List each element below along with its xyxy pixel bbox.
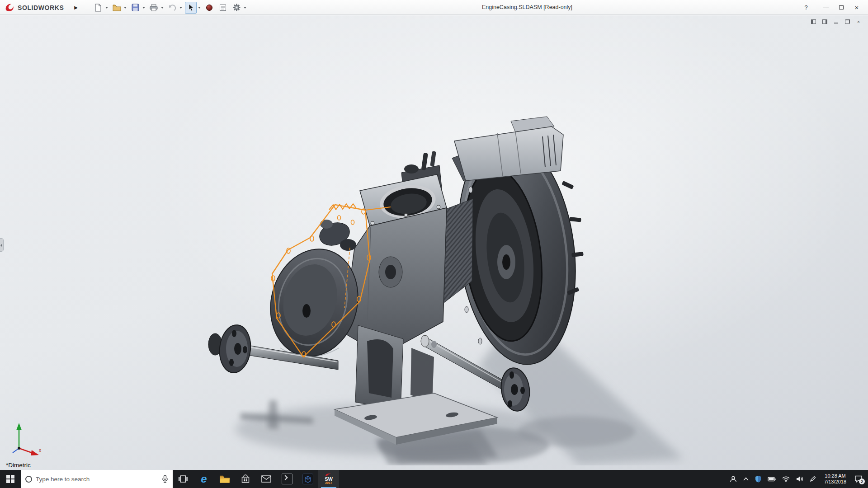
window-title: EngineCasing.SLDASM [Read-only] <box>482 0 572 15</box>
select-cursor-icon <box>188 4 194 11</box>
orientation-triad[interactable]: x <box>7 420 45 460</box>
solidworks-logo: SOLIDWORKS <box>5 0 64 15</box>
select-tool-button[interactable] <box>185 2 197 14</box>
triad-x-label: x <box>39 448 41 453</box>
window-controls: ? — × <box>799 0 863 15</box>
save-dropdown[interactable] <box>141 2 146 14</box>
people-icon[interactable] <box>730 476 737 483</box>
search-input[interactable] <box>36 476 158 483</box>
pen-icon[interactable] <box>810 476 816 482</box>
file-explorer-icon <box>219 475 230 483</box>
document-sheet-button[interactable] <box>217 2 229 14</box>
select-tool-dropdown[interactable] <box>197 2 202 14</box>
action-center-button[interactable]: 2 <box>854 475 863 483</box>
solidworks-taskbar-button[interactable]: SW 2017 <box>318 470 339 488</box>
solidworks-window: SOLIDWORKS ▶ <box>0 0 868 488</box>
help-button[interactable]: ? <box>799 0 813 15</box>
edge-button[interactable]: e <box>193 470 214 488</box>
undo-dropdown[interactable] <box>178 2 183 14</box>
document-minimize-button[interactable] <box>833 19 839 24</box>
graphics-area[interactable] <box>0 15 868 470</box>
file-explorer-button[interactable] <box>214 470 235 488</box>
chevron-up-icon[interactable] <box>743 477 749 481</box>
document-sheet-icon <box>219 4 226 11</box>
appearance-sphere-button[interactable] <box>203 2 215 14</box>
maximize-icon <box>839 5 844 9</box>
command-prompt-button[interactable] <box>277 470 297 488</box>
close-button[interactable]: × <box>850 0 863 15</box>
graphics-viewport: × <box>0 15 868 470</box>
store-icon <box>241 474 250 483</box>
volume-icon[interactable] <box>796 476 803 482</box>
open-document-button[interactable] <box>111 2 123 14</box>
solidworks-2017-icon: SW 2017 <box>322 472 335 486</box>
open-folder-icon <box>113 4 121 11</box>
undo-button[interactable] <box>166 2 178 14</box>
new-document-dropdown[interactable] <box>104 2 109 14</box>
titlebar: SOLIDWORKS ▶ <box>0 0 868 15</box>
print-button[interactable] <box>148 2 160 14</box>
system-tray: 10:28 AM 7/13/2018 2 <box>730 470 868 488</box>
new-document-icon <box>94 4 102 12</box>
engine-casing-model[interactable] <box>199 113 714 465</box>
command-prompt-icon <box>282 474 292 484</box>
notification-badge: 2 <box>859 479 865 484</box>
side-cover[interactable] <box>259 219 369 366</box>
quick-access-toolbar <box>92 0 247 15</box>
cube-app-icon <box>302 474 313 484</box>
store-button[interactable] <box>235 470 256 488</box>
menu-expand-icon[interactable]: ▶ <box>72 0 80 15</box>
mail-button[interactable] <box>256 470 277 488</box>
battery-icon[interactable] <box>768 477 776 482</box>
new-document-button[interactable] <box>92 2 104 14</box>
document-close-button[interactable]: × <box>855 19 862 24</box>
cortana-icon <box>25 476 32 483</box>
microphone-icon[interactable] <box>162 475 168 483</box>
document-window-controls: × <box>810 19 862 24</box>
taskbar-clock[interactable]: 10:28 AM 7/13/2018 <box>822 473 848 485</box>
task-pane-left-icon[interactable] <box>810 19 816 24</box>
print-icon <box>150 4 158 11</box>
ds-logo-icon <box>5 3 15 13</box>
minimize-button[interactable]: — <box>819 0 833 15</box>
taskbar: e <box>0 470 868 488</box>
appearance-sphere-icon <box>206 4 213 11</box>
composer-app-button[interactable] <box>297 470 318 488</box>
mounting-stand[interactable] <box>335 325 497 445</box>
print-dropdown[interactable] <box>160 2 165 14</box>
defender-shield-icon[interactable] <box>755 475 761 483</box>
start-button[interactable] <box>0 470 21 488</box>
fan-cover[interactable] <box>454 117 563 181</box>
brand-wordmark: SOLIDWORKS <box>18 4 64 11</box>
document-restore-button[interactable] <box>844 19 850 24</box>
save-icon <box>132 4 139 11</box>
edge-icon: e <box>201 474 207 484</box>
mail-icon <box>261 475 271 483</box>
task-view-icon <box>178 475 188 483</box>
clock-date: 7/13/2018 <box>824 479 846 485</box>
taskbar-search[interactable] <box>21 470 173 488</box>
task-view-button[interactable] <box>173 470 193 488</box>
clock-time: 10:28 AM <box>824 473 846 479</box>
save-button[interactable] <box>129 2 141 14</box>
open-document-dropdown[interactable] <box>123 2 127 14</box>
maximize-button[interactable] <box>835 0 848 15</box>
settings-button[interactable] <box>231 2 242 14</box>
windows-logo-icon <box>6 475 14 483</box>
settings-dropdown[interactable] <box>242 2 247 14</box>
wifi-icon[interactable] <box>782 476 790 482</box>
undo-icon <box>168 4 176 11</box>
task-pane-right-icon[interactable] <box>821 19 828 24</box>
settings-gear-icon <box>233 4 241 11</box>
view-orientation-label: *Dimetric <box>6 462 31 469</box>
